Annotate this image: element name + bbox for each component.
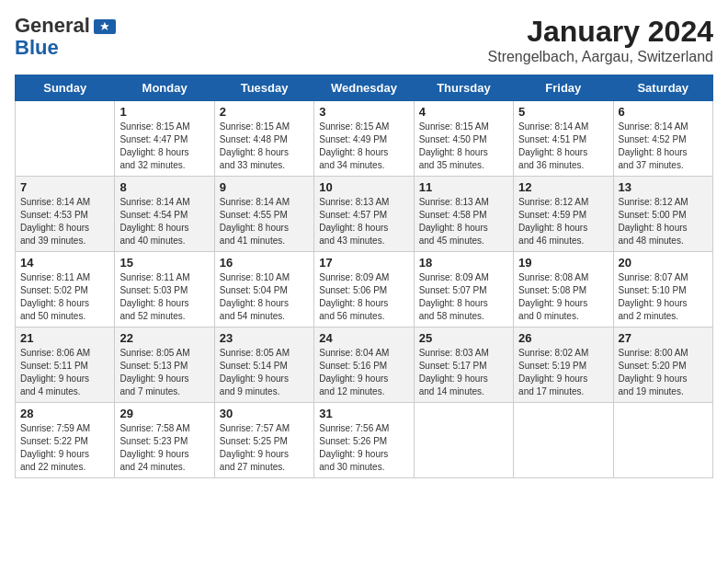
calendar-day-header: Saturday <box>613 75 712 101</box>
calendar-day-cell: 1Sunrise: 8:15 AMSunset: 4:47 PMDaylight… <box>115 101 214 177</box>
calendar-day-cell: 16Sunrise: 8:10 AMSunset: 5:04 PMDayligh… <box>214 252 313 327</box>
calendar-day-cell: 11Sunrise: 8:13 AMSunset: 4:58 PMDayligh… <box>414 177 513 252</box>
calendar-day-cell: 8Sunrise: 8:14 AMSunset: 4:54 PMDaylight… <box>115 177 214 252</box>
day-info: Sunrise: 8:10 AMSunset: 5:04 PMDaylight:… <box>220 271 309 323</box>
day-info: Sunrise: 8:15 AMSunset: 4:48 PMDaylight:… <box>220 121 309 172</box>
calendar-day-cell: 24Sunrise: 8:04 AMSunset: 5:16 PMDayligh… <box>314 327 414 403</box>
day-info: Sunrise: 8:14 AMSunset: 4:51 PMDaylight:… <box>518 121 608 172</box>
calendar-header-row: SundayMondayTuesdayWednesdayThursdayFrid… <box>16 75 713 101</box>
day-info: Sunrise: 8:13 AMSunset: 4:57 PMDaylight:… <box>319 196 408 247</box>
day-number: 2 <box>220 105 309 119</box>
title-block: January 2024 Strengelbach, Aargau, Switz… <box>488 15 713 65</box>
calendar-week-row: 28Sunrise: 7:59 AMSunset: 5:22 PMDayligh… <box>16 403 713 478</box>
calendar-day-cell: 7Sunrise: 8:14 AMSunset: 4:53 PMDaylight… <box>16 177 115 252</box>
day-number: 15 <box>119 256 209 270</box>
day-info: Sunrise: 8:15 AMSunset: 4:47 PMDaylight:… <box>119 121 209 172</box>
logo: General Blue <box>15 15 116 59</box>
page-header: General Blue January 2024 Strengelbach, … <box>15 15 713 65</box>
day-info: Sunrise: 8:00 AMSunset: 5:20 PMDaylight:… <box>619 347 708 398</box>
day-number: 14 <box>20 256 109 270</box>
day-number: 8 <box>119 180 209 194</box>
day-number: 1 <box>119 105 209 119</box>
logo-blue-text: Blue <box>15 37 59 59</box>
day-number: 11 <box>419 180 508 194</box>
calendar-day-cell: 12Sunrise: 8:12 AMSunset: 4:59 PMDayligh… <box>514 177 613 252</box>
day-info: Sunrise: 7:59 AMSunset: 5:22 PMDaylight:… <box>20 422 109 474</box>
calendar-week-row: 21Sunrise: 8:06 AMSunset: 5:11 PMDayligh… <box>16 327 713 403</box>
day-info: Sunrise: 8:04 AMSunset: 5:16 PMDaylight:… <box>319 347 408 398</box>
day-number: 12 <box>518 180 608 194</box>
day-number: 24 <box>319 331 408 345</box>
day-info: Sunrise: 7:56 AMSunset: 5:26 PMDaylight:… <box>319 422 408 474</box>
calendar-day-cell: 15Sunrise: 8:11 AMSunset: 5:03 PMDayligh… <box>115 252 214 327</box>
logo-general-text: General <box>15 15 90 37</box>
day-number: 25 <box>419 331 508 345</box>
day-number: 16 <box>220 256 309 270</box>
calendar-day-cell: 10Sunrise: 8:13 AMSunset: 4:57 PMDayligh… <box>314 177 414 252</box>
calendar-day-cell: 29Sunrise: 7:58 AMSunset: 5:23 PMDayligh… <box>115 403 214 478</box>
day-info: Sunrise: 8:14 AMSunset: 4:55 PMDaylight:… <box>220 196 309 247</box>
day-number: 5 <box>518 105 608 119</box>
day-info: Sunrise: 8:05 AMSunset: 5:13 PMDaylight:… <box>119 347 209 398</box>
logo-flag-icon <box>94 19 116 34</box>
page-subtitle: Strengelbach, Aargau, Switzerland <box>488 49 713 65</box>
day-number: 7 <box>20 180 109 194</box>
day-info: Sunrise: 8:12 AMSunset: 4:59 PMDaylight:… <box>518 196 608 247</box>
calendar-day-cell: 25Sunrise: 8:03 AMSunset: 5:17 PMDayligh… <box>414 327 513 403</box>
calendar-day-cell: 3Sunrise: 8:15 AMSunset: 4:49 PMDaylight… <box>314 101 414 177</box>
calendar-day-header: Sunday <box>16 75 115 101</box>
calendar-day-cell: 18Sunrise: 8:09 AMSunset: 5:07 PMDayligh… <box>414 252 513 327</box>
day-number: 29 <box>119 407 209 420</box>
day-number: 9 <box>220 180 309 194</box>
day-number: 20 <box>619 256 708 270</box>
day-info: Sunrise: 8:15 AMSunset: 4:49 PMDaylight:… <box>319 121 408 172</box>
calendar-day-cell: 31Sunrise: 7:56 AMSunset: 5:26 PMDayligh… <box>314 403 414 478</box>
calendar-day-cell: 5Sunrise: 8:14 AMSunset: 4:51 PMDaylight… <box>514 101 613 177</box>
day-info: Sunrise: 8:05 AMSunset: 5:14 PMDaylight:… <box>220 347 309 398</box>
day-number: 6 <box>619 105 708 119</box>
day-info: Sunrise: 8:09 AMSunset: 5:07 PMDaylight:… <box>419 271 508 323</box>
calendar-week-row: 14Sunrise: 8:11 AMSunset: 5:02 PMDayligh… <box>16 252 713 327</box>
calendar-day-cell: 2Sunrise: 8:15 AMSunset: 4:48 PMDaylight… <box>214 101 313 177</box>
calendar-table: SundayMondayTuesdayWednesdayThursdayFrid… <box>15 75 713 478</box>
calendar-day-cell: 22Sunrise: 8:05 AMSunset: 5:13 PMDayligh… <box>115 327 214 403</box>
day-info: Sunrise: 8:11 AMSunset: 5:02 PMDaylight:… <box>20 271 109 323</box>
day-info: Sunrise: 8:14 AMSunset: 4:52 PMDaylight:… <box>619 121 708 172</box>
calendar-day-cell: 27Sunrise: 8:00 AMSunset: 5:20 PMDayligh… <box>613 327 712 403</box>
day-info: Sunrise: 8:14 AMSunset: 4:54 PMDaylight:… <box>119 196 209 247</box>
calendar-day-cell: 30Sunrise: 7:57 AMSunset: 5:25 PMDayligh… <box>214 403 313 478</box>
calendar-day-cell: 20Sunrise: 8:07 AMSunset: 5:10 PMDayligh… <box>613 252 712 327</box>
day-info: Sunrise: 8:06 AMSunset: 5:11 PMDaylight:… <box>20 347 109 398</box>
day-number: 26 <box>518 331 608 345</box>
day-info: Sunrise: 8:03 AMSunset: 5:17 PMDaylight:… <box>419 347 508 398</box>
day-number: 31 <box>319 407 408 420</box>
day-info: Sunrise: 8:08 AMSunset: 5:08 PMDaylight:… <box>518 271 608 323</box>
calendar-day-cell: 23Sunrise: 8:05 AMSunset: 5:14 PMDayligh… <box>214 327 313 403</box>
calendar-day-header: Friday <box>514 75 613 101</box>
day-number: 13 <box>619 180 708 194</box>
calendar-day-cell: 26Sunrise: 8:02 AMSunset: 5:19 PMDayligh… <box>514 327 613 403</box>
calendar-day-cell: 9Sunrise: 8:14 AMSunset: 4:55 PMDaylight… <box>214 177 313 252</box>
day-info: Sunrise: 8:09 AMSunset: 5:06 PMDaylight:… <box>319 271 408 323</box>
day-number: 23 <box>220 331 309 345</box>
calendar-week-row: 1Sunrise: 8:15 AMSunset: 4:47 PMDaylight… <box>16 101 713 177</box>
calendar-day-cell: 17Sunrise: 8:09 AMSunset: 5:06 PMDayligh… <box>314 252 414 327</box>
calendar-day-cell: 28Sunrise: 7:59 AMSunset: 5:22 PMDayligh… <box>16 403 115 478</box>
day-number: 27 <box>619 331 708 345</box>
day-info: Sunrise: 8:14 AMSunset: 4:53 PMDaylight:… <box>20 196 109 247</box>
day-number: 4 <box>419 105 508 119</box>
calendar-day-cell: 21Sunrise: 8:06 AMSunset: 5:11 PMDayligh… <box>16 327 115 403</box>
calendar-day-cell <box>414 403 513 478</box>
day-info: Sunrise: 7:58 AMSunset: 5:23 PMDaylight:… <box>119 422 209 474</box>
day-number: 21 <box>20 331 109 345</box>
day-number: 22 <box>119 331 209 345</box>
day-info: Sunrise: 8:11 AMSunset: 5:03 PMDaylight:… <box>119 271 209 323</box>
day-info: Sunrise: 7:57 AMSunset: 5:25 PMDaylight:… <box>220 422 309 474</box>
calendar-day-cell: 13Sunrise: 8:12 AMSunset: 5:00 PMDayligh… <box>613 177 712 252</box>
calendar-day-header: Tuesday <box>214 75 313 101</box>
page-title: January 2024 <box>488 15 713 49</box>
day-info: Sunrise: 8:02 AMSunset: 5:19 PMDaylight:… <box>518 347 608 398</box>
calendar-day-cell: 14Sunrise: 8:11 AMSunset: 5:02 PMDayligh… <box>16 252 115 327</box>
calendar-day-header: Wednesday <box>314 75 414 101</box>
calendar-day-header: Monday <box>115 75 214 101</box>
